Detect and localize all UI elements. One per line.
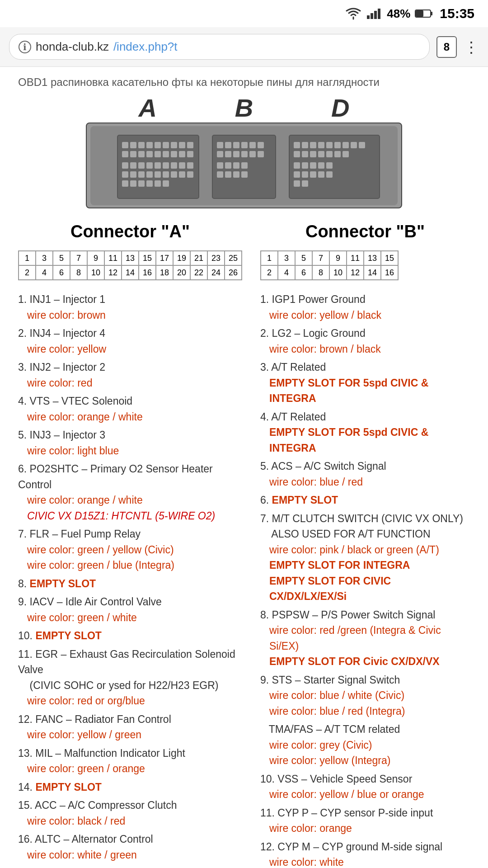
page-content: OBD1 распиновка касательно фты ка некото… <box>0 67 488 868</box>
svg-rect-80 <box>351 142 357 148</box>
svg-rect-43 <box>179 171 185 178</box>
connector-image-area: A B D <box>86 93 402 208</box>
list-item: 8. EMPTY SLOT <box>18 576 242 592</box>
list-item: 15. ACC – A/C Compressor Clutch wire col… <box>18 797 242 829</box>
svg-rect-75 <box>310 142 316 148</box>
tab-count-button[interactable]: 8 <box>436 36 457 58</box>
svg-rect-2 <box>374 11 377 19</box>
pin-11: 11 <box>104 251 122 265</box>
svg-rect-58 <box>217 151 223 157</box>
list-item: 2. INJ4 – Injector 4 wire color: yellow <box>18 326 242 357</box>
list-item: 5. INJ3 – Injector 3 wire color: light b… <box>18 427 242 458</box>
svg-rect-20 <box>138 151 145 157</box>
bpin-2: 2 <box>261 265 278 280</box>
list-item: 9. STS – Starter Signal Switch wire colo… <box>260 672 470 719</box>
pin-1: 1 <box>19 251 36 265</box>
url-base: honda-club.kz <box>36 40 109 54</box>
wifi-icon <box>345 7 361 20</box>
svg-rect-21 <box>146 151 153 157</box>
status-icons: 48% <box>345 7 433 21</box>
bpin-4: 4 <box>278 265 295 280</box>
pin-23: 23 <box>207 251 225 265</box>
svg-rect-88 <box>343 151 349 157</box>
list-item: 8. PSPSW – P/S Power Switch Signal wire … <box>260 607 470 670</box>
svg-rect-26 <box>187 151 193 157</box>
pin-24: 24 <box>207 265 225 280</box>
pin-10: 10 <box>87 265 104 280</box>
svg-rect-74 <box>302 142 308 148</box>
svg-rect-50 <box>163 180 169 187</box>
svg-rect-71 <box>241 171 248 178</box>
page-header-text: OBD1 распиновка касательно фты ка некото… <box>18 76 470 89</box>
svg-rect-3 <box>378 9 380 19</box>
bpin-16: 16 <box>381 265 398 280</box>
connector-b-section: Connector "B" 1 3 5 7 9 11 13 15 2 4 6 <box>260 222 470 868</box>
svg-rect-18 <box>122 151 128 157</box>
svg-rect-27 <box>122 162 128 169</box>
pin-19: 19 <box>173 251 190 265</box>
signal-icon <box>366 7 382 20</box>
svg-rect-24 <box>171 151 177 157</box>
svg-rect-79 <box>343 142 349 148</box>
svg-rect-70 <box>233 171 239 178</box>
list-item: 3. INJ2 – Injector 2 wire color: red <box>18 359 242 391</box>
svg-rect-33 <box>171 162 177 169</box>
pin-grid-row-1: 1 3 5 7 9 11 13 15 17 19 21 23 25 <box>19 251 242 265</box>
svg-rect-12 <box>146 142 153 148</box>
label-a: A <box>138 93 156 123</box>
svg-rect-78 <box>334 142 341 148</box>
svg-rect-96 <box>310 171 316 178</box>
svg-rect-49 <box>155 180 161 187</box>
svg-rect-9 <box>122 142 128 148</box>
svg-rect-22 <box>155 151 161 157</box>
label-b: B <box>235 93 253 123</box>
two-column-section: Connector "A" 1 3 5 7 9 11 13 15 17 19 2… <box>18 222 470 868</box>
pin-4: 4 <box>36 265 53 280</box>
list-item: 1. INJ1 – Injector 1 wire color: brown <box>18 292 242 323</box>
svg-rect-99 <box>294 180 300 187</box>
battery-text: 48% <box>387 7 410 21</box>
bpin-14: 14 <box>364 265 381 280</box>
svg-rect-39 <box>146 171 153 178</box>
svg-rect-42 <box>171 171 177 178</box>
connector-b-title: Connector "B" <box>260 222 470 241</box>
svg-rect-10 <box>130 142 136 148</box>
svg-rect-6 <box>416 10 423 17</box>
connector-a-title: Connector "A" <box>18 222 242 241</box>
svg-rect-64 <box>217 162 223 169</box>
pin-13: 13 <box>122 251 139 265</box>
bpin-6: 6 <box>295 265 312 280</box>
svg-rect-94 <box>294 171 300 178</box>
svg-rect-32 <box>163 162 169 169</box>
svg-rect-82 <box>294 151 300 157</box>
pin-25: 25 <box>225 251 242 265</box>
svg-rect-36 <box>122 171 128 178</box>
svg-rect-76 <box>318 142 324 148</box>
list-item: 10. EMPTY SLOT <box>18 628 242 644</box>
connector-photo <box>86 123 402 208</box>
svg-rect-5 <box>431 12 432 15</box>
pin-20: 20 <box>173 265 190 280</box>
url-path: /index.php?t <box>113 40 178 54</box>
svg-rect-28 <box>130 162 136 169</box>
svg-rect-31 <box>155 162 161 169</box>
connector-a-pin-list: 1. INJ1 – Injector 1 wire color: brown 2… <box>18 292 242 868</box>
svg-rect-30 <box>146 162 153 169</box>
svg-rect-55 <box>241 142 248 148</box>
svg-rect-73 <box>294 142 300 148</box>
svg-rect-65 <box>225 162 231 169</box>
svg-rect-86 <box>326 151 333 157</box>
bpin-15: 15 <box>381 251 398 265</box>
browser-menu-button[interactable]: ⋮ <box>464 38 479 56</box>
bpin-9: 9 <box>329 251 347 265</box>
svg-rect-11 <box>138 142 145 148</box>
list-item: 7. FLR – Fuel Pump Relay wire color: gre… <box>18 526 242 573</box>
svg-rect-45 <box>122 180 128 187</box>
url-bar[interactable]: ℹ honda-club.kz/index.php?t <box>9 34 430 60</box>
svg-rect-93 <box>326 162 333 169</box>
svg-rect-14 <box>163 142 169 148</box>
svg-rect-66 <box>233 162 239 169</box>
list-item: 9. IACV – Idle Air Control Valve wire co… <box>18 594 242 625</box>
bpin-10: 10 <box>329 265 347 280</box>
svg-rect-59 <box>225 151 231 157</box>
